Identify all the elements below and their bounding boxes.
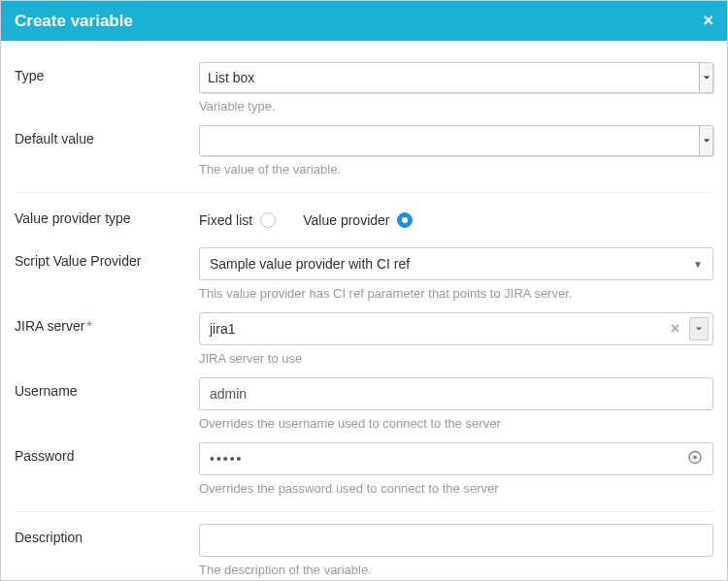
help-jira-server: JIRA server to use <box>199 351 713 366</box>
chevron-down-icon <box>699 126 712 155</box>
help-description: The description of the variable. <box>199 563 713 577</box>
label-jira-server-text: JIRA server <box>15 318 84 334</box>
help-default-value: The value of the variable. <box>199 162 713 177</box>
jira-server-value: jira1 <box>204 317 661 340</box>
radio-group-value-provider-type: Fixed list Value provider <box>199 205 713 236</box>
svg-point-1 <box>693 456 697 460</box>
type-select-value: List box <box>208 70 254 85</box>
help-type: Variable type. <box>199 99 713 113</box>
radio-circle-icon <box>260 212 276 228</box>
clear-icon[interactable]: × <box>665 320 685 338</box>
password-value: ••••• <box>210 451 244 467</box>
radio-fixed-list[interactable]: Fixed list <box>199 212 276 228</box>
label-jira-server: JIRA server* <box>15 312 199 334</box>
description-input[interactable] <box>199 524 713 557</box>
type-select[interactable]: List box <box>199 62 713 93</box>
label-type: Type <box>15 62 199 83</box>
row-type: Type List box Variable type. <box>15 50 713 113</box>
script-provider-value: Sample value provider with CI ref <box>210 256 410 272</box>
username-input[interactable]: admin <box>199 377 713 410</box>
help-password: Overrides the password used to connect t… <box>199 481 713 496</box>
row-required: Required If selected, the variable canno… <box>15 577 713 579</box>
label-script-provider: Script Value Provider <box>15 247 199 269</box>
radio-label-value-provider: Value provider <box>303 212 389 228</box>
label-description: Description <box>15 524 199 545</box>
required-star-icon: * <box>86 318 91 334</box>
help-script-provider: This value provider has CI ref parameter… <box>199 286 713 301</box>
modal-title: Create variable <box>15 12 133 31</box>
label-username: Username <box>15 377 199 399</box>
chevron-down-icon <box>699 63 712 92</box>
create-variable-modal: Create variable × Type List box Variable… <box>0 0 728 581</box>
dropdown-button[interactable] <box>689 317 709 340</box>
jira-server-input[interactable]: jira1 × <box>199 312 713 345</box>
close-icon[interactable]: × <box>703 11 713 31</box>
row-value-provider-type: Value provider type Fixed list Value pro… <box>15 193 713 236</box>
help-username: Overrides the username used to connect t… <box>199 416 713 431</box>
label-password: Password <box>15 442 199 464</box>
radio-label-fixed-list: Fixed list <box>199 212 252 228</box>
row-jira-server: JIRA server* jira1 × JIRA server to use <box>15 301 713 366</box>
caret-down-icon: ▼ <box>693 259 703 270</box>
row-script-provider: Script Value Provider Sample value provi… <box>15 236 713 301</box>
radio-value-provider[interactable]: Value provider <box>303 212 413 228</box>
row-default-value: Default value The value of the variable. <box>15 113 713 177</box>
radio-circle-selected-icon <box>397 212 413 228</box>
row-description: Description The description of the varia… <box>15 512 713 577</box>
username-value: admin <box>210 386 247 402</box>
password-input[interactable]: ••••• <box>199 442 713 475</box>
script-provider-select[interactable]: Sample value provider with CI ref ▼ <box>199 247 713 280</box>
row-username: Username admin Overrides the username us… <box>15 366 713 431</box>
default-value-select[interactable] <box>199 125 713 156</box>
label-value-provider-type: Value provider type <box>15 205 199 226</box>
label-default-value: Default value <box>15 125 199 146</box>
modal-body: Type List box Variable type. Default val… <box>1 41 727 579</box>
modal-header: Create variable × <box>1 1 727 41</box>
row-password: Password ••••• Overrides the password us… <box>15 431 713 496</box>
eye-icon[interactable] <box>687 450 703 468</box>
